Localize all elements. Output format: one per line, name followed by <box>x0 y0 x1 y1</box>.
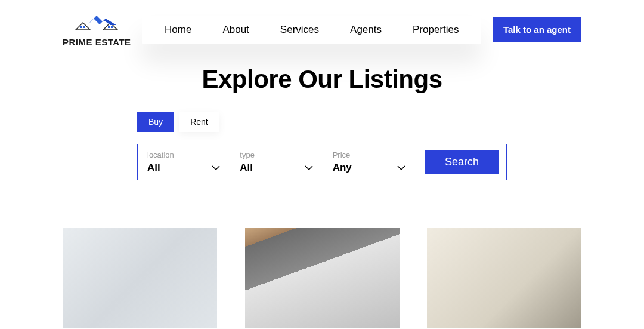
nav-services[interactable]: Services <box>265 16 335 44</box>
chevron-down-icon <box>212 165 220 170</box>
tab-buy[interactable]: Buy <box>137 112 174 132</box>
main-nav: Home About Services Agents Properties <box>142 16 481 44</box>
svg-rect-0 <box>80 26 82 28</box>
svg-rect-3 <box>111 26 113 28</box>
location-label: location <box>147 150 220 159</box>
price-select[interactable]: Price Any <box>323 150 415 174</box>
nav-home[interactable]: Home <box>149 16 207 44</box>
listing-image <box>245 228 400 328</box>
nav-properties[interactable]: Properties <box>397 16 474 44</box>
talk-to-agent-button[interactable]: Talk to an agent <box>493 17 581 42</box>
type-label: type <box>240 150 312 159</box>
chevron-down-icon <box>305 165 313 170</box>
type-value: All <box>240 162 253 174</box>
nav-agents[interactable]: Agents <box>335 16 397 44</box>
search-box: location All type All Price Any Search <box>137 144 507 180</box>
type-select[interactable]: type All <box>230 150 323 174</box>
listing-cards <box>0 228 644 328</box>
logo-icon <box>70 12 123 36</box>
listing-card[interactable] <box>427 228 581 328</box>
listing-card[interactable] <box>245 228 400 328</box>
listing-card[interactable] <box>63 228 217 328</box>
chevron-down-icon <box>397 165 405 170</box>
location-select[interactable]: location All <box>138 150 230 174</box>
price-label: Price <box>333 150 405 159</box>
price-value: Any <box>333 162 352 174</box>
tab-rent[interactable]: Rent <box>179 112 219 132</box>
search-button[interactable]: Search <box>425 150 499 174</box>
nav-about[interactable]: About <box>207 16 264 44</box>
listing-image <box>427 228 581 328</box>
svg-rect-1 <box>83 26 85 28</box>
listing-image <box>63 228 217 328</box>
page-title: Explore Our Listings <box>0 65 644 94</box>
brand-name: PRIME ESTATE <box>63 37 131 47</box>
svg-rect-2 <box>108 26 110 28</box>
search-tabs: Buy Rent <box>137 112 507 132</box>
logo[interactable]: PRIME ESTATE <box>63 12 131 47</box>
location-value: All <box>147 162 160 174</box>
